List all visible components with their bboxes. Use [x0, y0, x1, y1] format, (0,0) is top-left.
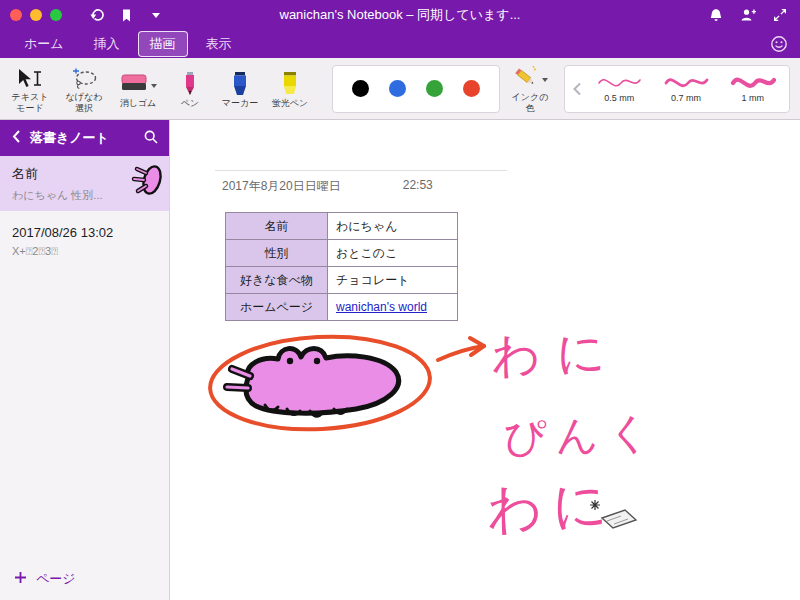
onenote-window: wanichan's Notebook – 同期しています... ホーム 挿入 …: [0, 0, 800, 600]
table-header-cell: ホームページ: [226, 294, 328, 321]
table-value-cell[interactable]: おとこのこ: [328, 240, 458, 267]
profile-table: 名前 わにちゃん 性別 おとこのこ 好きな食べ物 チョコレート ホームページ w…: [225, 212, 458, 321]
expand-icon[interactable]: [770, 6, 790, 24]
tool-label: 消しゴム: [120, 98, 157, 109]
marker-button[interactable]: マーカー: [220, 69, 260, 109]
pen-button[interactable]: ペン: [170, 69, 210, 109]
page-list-item-selected[interactable]: 名前 わにちゃん 性別...: [0, 156, 169, 211]
eraser-cursor-icon: [590, 500, 636, 528]
bell-icon[interactable]: [706, 6, 726, 24]
undo-icon[interactable]: [86, 6, 106, 24]
tool-label: インクの色: [510, 92, 550, 114]
table-header-cell: 名前: [226, 213, 328, 240]
marker-icon: [231, 69, 249, 96]
page-thumbnail-doodle: [125, 158, 169, 207]
pen-icon: [182, 69, 198, 96]
tab-insert[interactable]: 挿入: [82, 31, 132, 57]
page-date-header: 2017年8月20日日曜日 22:53: [215, 170, 507, 195]
ribbon-tab-bar: ホーム 挿入 描画 表示: [0, 30, 800, 58]
titlebar-quick-actions: [86, 6, 166, 24]
search-icon[interactable]: [143, 129, 159, 148]
page-sidebar: 落書きノート 名前 わにちゃん 性別... 2017/08/26 13:02 X…: [0, 120, 170, 600]
highlighter-button[interactable]: 蛍光ペン: [270, 69, 310, 109]
color-swatch-black[interactable]: [352, 80, 369, 97]
add-page-button[interactable]: ページ: [0, 558, 169, 600]
stroke-sample-thin: [596, 74, 642, 90]
table-value-cell[interactable]: チョコレート: [328, 267, 458, 294]
tool-label: マーカー: [222, 98, 258, 109]
notebook-section-title: 落書きノート: [30, 129, 135, 147]
tab-home[interactable]: ホーム: [12, 31, 76, 57]
back-chevron-icon[interactable]: [10, 128, 22, 148]
table-row: 名前 わにちゃん: [226, 213, 458, 240]
eraser-dropdown-icon[interactable]: [151, 84, 157, 88]
handwriting-word-1: わに: [490, 324, 622, 382]
ink-color-dropdown-icon[interactable]: [542, 78, 548, 82]
stroke-width-option-1mm[interactable]: 1 mm: [720, 74, 785, 103]
stroke-width-label: 0.7 mm: [671, 93, 701, 103]
zoom-button[interactable]: [50, 9, 62, 21]
page-item-title: 2017/08/26 13:02: [12, 225, 157, 240]
page-item-preview: X+⍰2⍰3⍰: [12, 245, 157, 258]
content-area: 落書きノート 名前 わにちゃん 性別... 2017/08/26 13:02 X…: [0, 120, 800, 600]
draw-ribbon: テキストモード なげなわ選択 消しゴム ペン: [0, 58, 800, 120]
traffic-lights: [10, 9, 62, 21]
tool-label: ペン: [181, 98, 199, 109]
crocodile-doodle: [227, 349, 399, 417]
sidebar-header: 落書きノート: [0, 120, 169, 156]
feedback-smiley-icon[interactable]: [770, 35, 788, 53]
stroke-width-label: 0.5 mm: [604, 93, 634, 103]
table-value-cell[interactable]: わにちゃん: [328, 213, 458, 240]
tab-view[interactable]: 表示: [194, 31, 244, 57]
handwriting-word-2: ぴんく: [503, 409, 660, 461]
text-mode-button[interactable]: テキストモード: [8, 63, 52, 114]
ink-color-palette: [332, 65, 500, 113]
stroke-width-label: 1 mm: [741, 93, 764, 103]
tool-label: テキストモード: [8, 92, 52, 114]
stroke-sample-medium: [663, 74, 709, 90]
table-row: ホームページ wanichan's world: [226, 294, 458, 321]
chevron-down-icon[interactable]: [146, 6, 166, 24]
add-person-icon[interactable]: [738, 6, 758, 24]
page-list-item[interactable]: 2017/08/26 13:02 X+⍰2⍰3⍰: [0, 211, 169, 266]
add-page-label: ページ: [36, 570, 76, 588]
homepage-link[interactable]: wanichan's world: [336, 300, 427, 314]
table-value-cell: wanichan's world: [328, 294, 458, 321]
stroke-width-option-07mm[interactable]: 0.7 mm: [654, 74, 719, 103]
minimize-button[interactable]: [30, 9, 42, 21]
stroke-sample-thick: [730, 74, 776, 90]
titlebar: wanichan's Notebook – 同期しています...: [0, 0, 800, 30]
lasso-icon: [70, 63, 98, 90]
highlighter-icon: [281, 69, 299, 96]
eraser-icon: [120, 71, 148, 96]
lasso-select-button[interactable]: なげなわ選択: [62, 63, 106, 114]
table-header-cell: 性別: [226, 240, 328, 267]
ink-color-button[interactable]: インクの色: [510, 63, 550, 114]
bookmark-icon[interactable]: [116, 6, 136, 24]
stroke-width-panel: 0.5 mm 0.7 mm 1 mm: [564, 65, 790, 113]
table-header-cell: 好きな食べ物: [226, 267, 328, 294]
close-button[interactable]: [10, 9, 22, 21]
text-cursor-icon: [17, 63, 43, 90]
table-row: 好きな食べ物 チョコレート: [226, 267, 458, 294]
eraser-button[interactable]: 消しゴム: [116, 69, 160, 109]
tool-label: なげなわ選択: [62, 92, 106, 114]
red-circle-annotation: [208, 331, 433, 434]
color-swatch-green[interactable]: [426, 80, 443, 97]
tab-draw[interactable]: 描画: [138, 31, 188, 57]
note-canvas[interactable]: 2017年8月20日日曜日 22:53 名前 わにちゃん 性別 おとこのこ 好き…: [170, 120, 800, 600]
chevron-left-icon[interactable]: [569, 81, 585, 97]
page-time: 22:53: [403, 178, 433, 195]
color-swatch-red[interactable]: [463, 80, 480, 97]
page-date: 2017年8月20日日曜日: [222, 178, 341, 195]
table-row: 性別 おとこのこ: [226, 240, 458, 267]
plus-icon: [14, 571, 27, 587]
titlebar-right-actions: [706, 6, 790, 24]
red-arrow-annotation: [438, 338, 484, 360]
stroke-width-option-05mm[interactable]: 0.5 mm: [587, 74, 652, 103]
color-swatch-blue[interactable]: [389, 80, 406, 97]
handwriting-word-3: わに: [485, 472, 618, 539]
pencil-icon: [513, 63, 539, 90]
tool-label: 蛍光ペン: [272, 98, 308, 109]
